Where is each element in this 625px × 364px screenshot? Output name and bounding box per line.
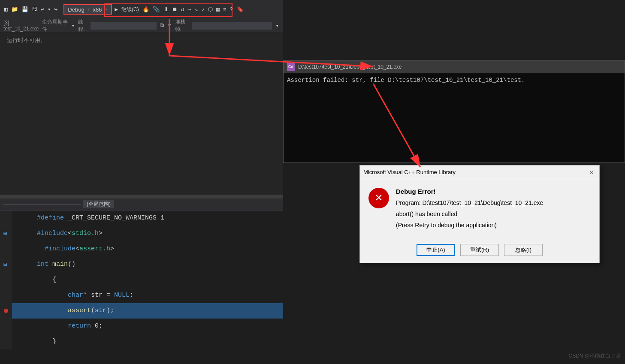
- gutter-9: [0, 334, 12, 349]
- program-path-label: Program: D:\test107\test_10_21\Debug\tes…: [396, 199, 591, 206]
- thread-label: 线程:: [78, 18, 88, 33]
- dialog-text-area: Debug Error! Program: D:\test107\test_10…: [396, 188, 591, 233]
- gutter-7: [0, 303, 12, 319]
- process-label[interactable]: [3] test_10_21.exe: [3, 20, 39, 32]
- retry-button[interactable]: 重试(R): [460, 244, 499, 256]
- abort-button[interactable]: 中止(A): [417, 244, 455, 256]
- debug-config-box[interactable]: Debug ▾ x86 ▾: [63, 4, 112, 15]
- continue-label[interactable]: 继续(C): [121, 6, 139, 13]
- redo-icon: ↪: [54, 6, 57, 13]
- debug-bar: [3] test_10_21.exe 生命周期事件 ▾ 线程: ⧉ ≈ 堆栈帧:…: [0, 19, 283, 32]
- toolbar: ◧ 📁 💾 🖫 ↩ ▾ ↪ Debug ▾ x86 ▾ ▶ 继续(C) 🔥 📎 …: [0, 0, 283, 19]
- save-all-icon: 🖫: [32, 6, 37, 13]
- file-icon: ◧: [4, 6, 8, 13]
- pause-icon[interactable]: ⏸: [163, 6, 169, 13]
- console-message: Assertion failed: str, file D:\test107\t…: [287, 77, 525, 84]
- collapse-minus-1[interactable]: ⊟: [3, 226, 7, 241]
- sort-icon[interactable]: ≈: [168, 22, 172, 29]
- gutter-1: [0, 211, 12, 226]
- breakpoints-icon[interactable]: ⬡: [208, 6, 213, 13]
- console-app-icon: C#: [287, 63, 295, 71]
- ide-watch-panel: 运行时不可用。: [0, 32, 283, 195]
- play-icon[interactable]: ▶: [115, 6, 118, 13]
- step-in-icon[interactable]: ↘: [194, 6, 198, 13]
- breakpoint-dot[interactable]: [4, 309, 8, 313]
- gutter-5: [0, 272, 12, 288]
- debug-error-label: Debug Error!: [396, 188, 591, 195]
- step-over-icon[interactable]: →: [188, 6, 191, 13]
- attach-icon: 📎: [153, 6, 160, 13]
- lifecycle-dropdown-icon[interactable]: ▾: [71, 22, 75, 29]
- abort-label: abort() has been called: [396, 211, 591, 217]
- collapse-minus-2[interactable]: ⊟: [3, 257, 7, 272]
- gutter-3: [0, 241, 12, 257]
- open-icon: 📁: [11, 6, 18, 13]
- gutter-8: [0, 319, 12, 334]
- code-line-9: }: [0, 334, 283, 349]
- register-icon[interactable]: ?: [230, 6, 233, 13]
- console-title: D:\test107\test_10_21\Debug\test_10_21.e…: [298, 64, 402, 70]
- dialog-titlebar: Microsoft Visual C++ Runtime Library ✕: [360, 165, 599, 179]
- undo-arrow-icon: ▾: [48, 6, 51, 13]
- console-window: C# D:\test107\test_10_21\Debug\test_10_2…: [283, 60, 625, 163]
- gutter-4: ⊟: [0, 257, 12, 272]
- filter-icon[interactable]: ⧉: [160, 22, 164, 29]
- fire-icon: 🔥: [142, 6, 149, 13]
- thread-dropdown[interactable]: [91, 22, 156, 30]
- ignore-button[interactable]: 忽略(I): [504, 244, 543, 256]
- arch-label: x86: [93, 6, 102, 13]
- dialog-title: Microsoft Visual C++ Runtime Library: [363, 169, 456, 175]
- restart-icon[interactable]: ↺: [181, 6, 184, 13]
- code-editor[interactable]: #define _CRT_SECURE_NO_WARNINGS 1 ⊟ #inc…: [0, 211, 283, 364]
- dialog-close-button[interactable]: ✕: [587, 168, 596, 177]
- console-titlebar: C# D:\test107\test_10_21\Debug\test_10_2…: [284, 60, 625, 73]
- error-circle-icon: ✕: [368, 188, 389, 208]
- callstack-dropdown[interactable]: [192, 22, 272, 30]
- dialog-icon-area: ✕: [368, 188, 389, 233]
- mem-icon[interactable]: ▦: [216, 6, 220, 13]
- dialog-body: ✕ Debug Error! Program: D:\test107\test_…: [360, 179, 599, 240]
- stop-icon[interactable]: ⏹: [172, 6, 178, 13]
- dialog-buttons: 中止(A) 重试(R) 忽略(I): [360, 240, 599, 263]
- error-x-icon: ✕: [375, 192, 383, 204]
- disasm-icon[interactable]: ≡: [223, 6, 226, 13]
- console-content: Assertion failed: str, file D:\test107\t…: [284, 73, 625, 87]
- undo-icon: ↩: [41, 6, 44, 13]
- config-separator: ▾: [87, 6, 91, 13]
- gutter-2: ⊟: [0, 226, 12, 241]
- callstack-expand-icon[interactable]: ▾: [275, 22, 279, 29]
- right-background: [283, 0, 625, 60]
- line-content-9: }: [12, 319, 56, 364]
- callstack-label: 堆栈帧:: [175, 18, 189, 33]
- arch-separator: ▾: [104, 6, 108, 13]
- bookmark-icon[interactable]: 🔖: [237, 6, 244, 13]
- lifecycle-label: 生命周期事件: [42, 18, 68, 33]
- not-available-text: 运行时不可用。: [0, 32, 283, 48]
- csdn-watermark: CSDN @不能在白了呀: [568, 352, 621, 360]
- retry-hint-label: (Press Retry to debug the application): [396, 222, 591, 229]
- save-icon: 💾: [21, 6, 28, 13]
- error-dialog: Microsoft Visual C++ Runtime Library ✕ ✕…: [359, 165, 600, 263]
- step-out-icon[interactable]: ↗: [201, 6, 205, 13]
- debug-label: Debug: [68, 6, 84, 13]
- gutter-6: [0, 288, 12, 303]
